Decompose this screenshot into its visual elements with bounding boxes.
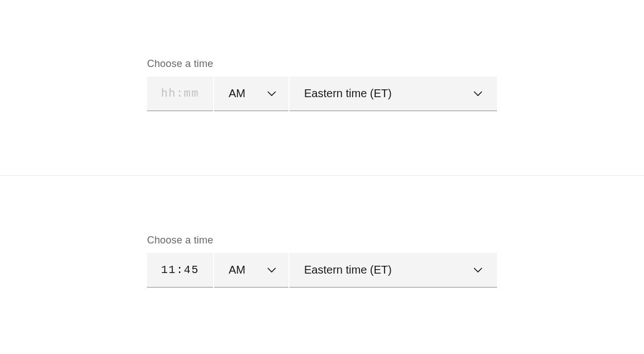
timezone-value: Eastern time (ET) — [304, 87, 392, 100]
chevron-down-icon — [473, 91, 482, 97]
ampm-value: AM — [229, 264, 245, 276]
time-input[interactable] — [147, 87, 213, 100]
ampm-select[interactable]: AM — [214, 253, 288, 288]
chevron-down-icon — [267, 267, 276, 273]
timezone-select[interactable]: Eastern time (ET) — [290, 253, 497, 288]
chevron-down-icon — [267, 91, 276, 97]
time-picker-filled: Choose a time AM Eastern time (ET) — [147, 235, 497, 288]
ampm-select[interactable]: AM — [214, 76, 288, 111]
time-input-cell[interactable] — [147, 253, 213, 288]
section-divider — [0, 175, 644, 176]
timezone-select[interactable]: Eastern time (ET) — [290, 76, 497, 111]
time-input-cell[interactable] — [147, 76, 213, 111]
time-picker-row: AM Eastern time (ET) — [147, 253, 497, 288]
time-picker-empty: Choose a time AM Eastern time (ET) — [147, 58, 497, 111]
field-label: Choose a time — [147, 235, 497, 246]
time-picker-row: AM Eastern time (ET) — [147, 76, 497, 111]
chevron-down-icon — [473, 267, 482, 273]
ampm-value: AM — [229, 87, 245, 100]
field-label: Choose a time — [147, 58, 497, 70]
timezone-value: Eastern time (ET) — [304, 264, 392, 276]
time-input[interactable] — [147, 264, 213, 276]
